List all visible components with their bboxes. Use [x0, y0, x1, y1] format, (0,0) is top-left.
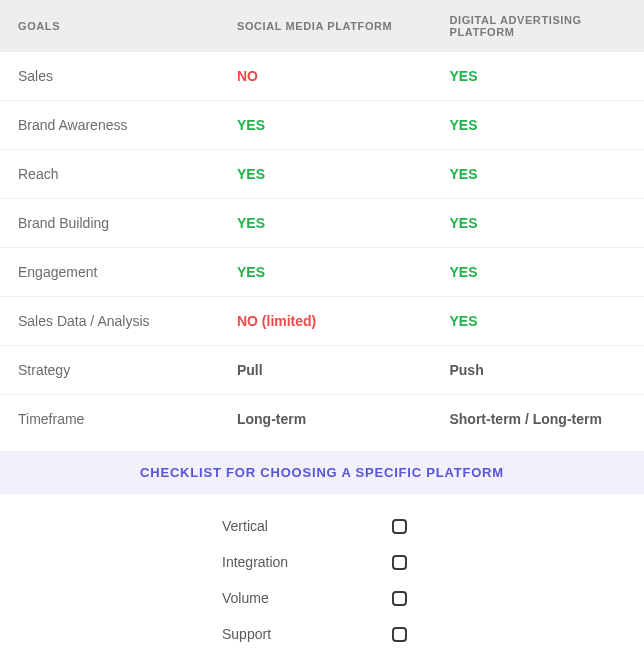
col-header-goals: GOALS: [0, 0, 219, 52]
goal-cell: Timeframe: [0, 395, 219, 444]
digital-cell: YES: [431, 248, 644, 297]
social-cell: NO: [219, 52, 432, 101]
table-row: ReachYESYES: [0, 150, 644, 199]
digital-cell: YES: [431, 150, 644, 199]
goal-cell: Brand Awareness: [0, 101, 219, 150]
social-cell: Long-term: [219, 395, 432, 444]
digital-cell: YES: [431, 52, 644, 101]
comparison-table: GOALS SOCIAL MEDIA PLATFORM DIGITAL ADVE…: [0, 0, 644, 443]
table-row: Sales Data / AnalysisNO (limited)YES: [0, 297, 644, 346]
social-cell: YES: [219, 150, 432, 199]
table-row: SalesNOYES: [0, 52, 644, 101]
table-row: EngagementYESYES: [0, 248, 644, 297]
col-header-social: SOCIAL MEDIA PLATFORM: [219, 0, 432, 52]
social-cell: YES: [219, 199, 432, 248]
digital-cell: Short-term / Long-term: [431, 395, 644, 444]
table-row: Brand AwarenessYESYES: [0, 101, 644, 150]
goal-cell: Brand Building: [0, 199, 219, 248]
checklist-item: Integration: [0, 544, 644, 580]
digital-cell: YES: [431, 101, 644, 150]
table-header-row: GOALS SOCIAL MEDIA PLATFORM DIGITAL ADVE…: [0, 0, 644, 52]
social-cell: Pull: [219, 346, 432, 395]
digital-cell: Push: [431, 346, 644, 395]
table-row: StrategyPullPush: [0, 346, 644, 395]
goal-cell: Reach: [0, 150, 219, 199]
digital-cell: YES: [431, 297, 644, 346]
checklist-item: Support: [0, 616, 644, 650]
goal-cell: Sales: [0, 52, 219, 101]
digital-cell: YES: [431, 199, 644, 248]
checkbox-icon[interactable]: [392, 555, 407, 570]
goal-cell: Sales Data / Analysis: [0, 297, 219, 346]
goal-cell: Engagement: [0, 248, 219, 297]
checklist: VerticalIntegrationVolumeSupport: [0, 494, 644, 650]
checklist-item: Vertical: [0, 508, 644, 544]
checklist-item-label: Support: [222, 626, 392, 642]
checkbox-icon[interactable]: [392, 627, 407, 642]
social-cell: NO (limited): [219, 297, 432, 346]
table-row: TimeframeLong-termShort-term / Long-term: [0, 395, 644, 444]
checklist-item-label: Vertical: [222, 518, 392, 534]
social-cell: YES: [219, 101, 432, 150]
table-row: Brand BuildingYESYES: [0, 199, 644, 248]
checklist-item: Volume: [0, 580, 644, 616]
checklist-item-label: Integration: [222, 554, 392, 570]
checkbox-icon[interactable]: [392, 591, 407, 606]
social-cell: YES: [219, 248, 432, 297]
checklist-header: CHECKLIST FOR CHOOSING A SPECIFIC PLATFO…: [0, 451, 644, 494]
col-header-digital: DIGITAL ADVERTISING PLATFORM: [431, 0, 644, 52]
goal-cell: Strategy: [0, 346, 219, 395]
checklist-item-label: Volume: [222, 590, 392, 606]
checkbox-icon[interactable]: [392, 519, 407, 534]
